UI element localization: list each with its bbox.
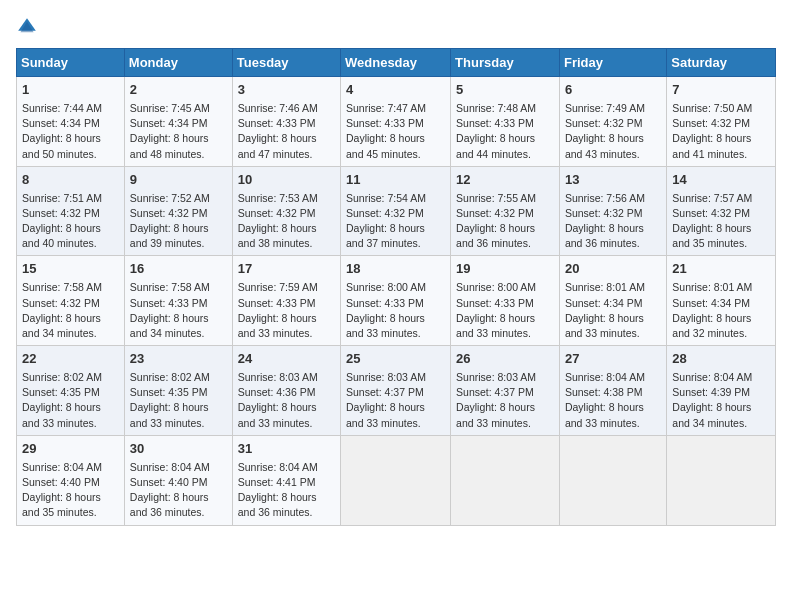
calendar-cell: [667, 435, 776, 525]
calendar-cell: 23Sunrise: 8:02 AMSunset: 4:35 PMDayligh…: [124, 346, 232, 436]
calendar-cell: 17Sunrise: 7:59 AMSunset: 4:33 PMDayligh…: [232, 256, 340, 346]
day-info: Sunrise: 8:02 AMSunset: 4:35 PMDaylight:…: [22, 370, 119, 431]
day-info: Sunrise: 8:04 AMSunset: 4:39 PMDaylight:…: [672, 370, 770, 431]
calendar-cell: 14Sunrise: 7:57 AMSunset: 4:32 PMDayligh…: [667, 166, 776, 256]
day-info: Sunrise: 7:58 AMSunset: 4:32 PMDaylight:…: [22, 280, 119, 341]
day-number: 31: [238, 440, 335, 459]
calendar-cell: 20Sunrise: 8:01 AMSunset: 4:34 PMDayligh…: [559, 256, 666, 346]
day-number: 26: [456, 350, 554, 369]
calendar-cell: 13Sunrise: 7:56 AMSunset: 4:32 PMDayligh…: [559, 166, 666, 256]
day-number: 12: [456, 171, 554, 190]
calendar-cell: 25Sunrise: 8:03 AMSunset: 4:37 PMDayligh…: [341, 346, 451, 436]
day-number: 10: [238, 171, 335, 190]
day-number: 13: [565, 171, 661, 190]
day-info: Sunrise: 7:57 AMSunset: 4:32 PMDaylight:…: [672, 191, 770, 252]
day-number: 18: [346, 260, 445, 279]
day-number: 3: [238, 81, 335, 100]
day-info: Sunrise: 7:54 AMSunset: 4:32 PMDaylight:…: [346, 191, 445, 252]
weekday-header-sunday: Sunday: [17, 49, 125, 77]
calendar-cell: 8Sunrise: 7:51 AMSunset: 4:32 PMDaylight…: [17, 166, 125, 256]
day-number: 1: [22, 81, 119, 100]
calendar-cell: 2Sunrise: 7:45 AMSunset: 4:34 PMDaylight…: [124, 77, 232, 167]
day-number: 30: [130, 440, 227, 459]
calendar-cell: 28Sunrise: 8:04 AMSunset: 4:39 PMDayligh…: [667, 346, 776, 436]
day-info: Sunrise: 7:48 AMSunset: 4:33 PMDaylight:…: [456, 101, 554, 162]
day-info: Sunrise: 7:53 AMSunset: 4:32 PMDaylight:…: [238, 191, 335, 252]
day-number: 9: [130, 171, 227, 190]
day-number: 16: [130, 260, 227, 279]
day-number: 15: [22, 260, 119, 279]
day-number: 4: [346, 81, 445, 100]
day-info: Sunrise: 8:01 AMSunset: 4:34 PMDaylight:…: [672, 280, 770, 341]
calendar-cell: 27Sunrise: 8:04 AMSunset: 4:38 PMDayligh…: [559, 346, 666, 436]
day-info: Sunrise: 7:47 AMSunset: 4:33 PMDaylight:…: [346, 101, 445, 162]
calendar-cell: 16Sunrise: 7:58 AMSunset: 4:33 PMDayligh…: [124, 256, 232, 346]
calendar-cell: 31Sunrise: 8:04 AMSunset: 4:41 PMDayligh…: [232, 435, 340, 525]
calendar-cell: 30Sunrise: 8:04 AMSunset: 4:40 PMDayligh…: [124, 435, 232, 525]
calendar-cell: 7Sunrise: 7:50 AMSunset: 4:32 PMDaylight…: [667, 77, 776, 167]
day-number: 19: [456, 260, 554, 279]
logo-icon: [16, 16, 38, 38]
day-info: Sunrise: 7:52 AMSunset: 4:32 PMDaylight:…: [130, 191, 227, 252]
day-number: 20: [565, 260, 661, 279]
day-number: 6: [565, 81, 661, 100]
day-info: Sunrise: 8:04 AMSunset: 4:40 PMDaylight:…: [22, 460, 119, 521]
calendar-cell: 22Sunrise: 8:02 AMSunset: 4:35 PMDayligh…: [17, 346, 125, 436]
day-number: 24: [238, 350, 335, 369]
calendar-cell: 15Sunrise: 7:58 AMSunset: 4:32 PMDayligh…: [17, 256, 125, 346]
calendar-cell: 9Sunrise: 7:52 AMSunset: 4:32 PMDaylight…: [124, 166, 232, 256]
day-info: Sunrise: 7:44 AMSunset: 4:34 PMDaylight:…: [22, 101, 119, 162]
day-info: Sunrise: 7:49 AMSunset: 4:32 PMDaylight:…: [565, 101, 661, 162]
day-info: Sunrise: 8:04 AMSunset: 4:38 PMDaylight:…: [565, 370, 661, 431]
day-number: 21: [672, 260, 770, 279]
weekday-header-thursday: Thursday: [451, 49, 560, 77]
day-info: Sunrise: 7:55 AMSunset: 4:32 PMDaylight:…: [456, 191, 554, 252]
calendar-cell: 4Sunrise: 7:47 AMSunset: 4:33 PMDaylight…: [341, 77, 451, 167]
day-number: 28: [672, 350, 770, 369]
day-number: 22: [22, 350, 119, 369]
calendar-cell: [341, 435, 451, 525]
calendar-cell: 6Sunrise: 7:49 AMSunset: 4:32 PMDaylight…: [559, 77, 666, 167]
day-info: Sunrise: 8:01 AMSunset: 4:34 PMDaylight:…: [565, 280, 661, 341]
weekday-header-saturday: Saturday: [667, 49, 776, 77]
day-number: 11: [346, 171, 445, 190]
day-info: Sunrise: 8:03 AMSunset: 4:37 PMDaylight:…: [456, 370, 554, 431]
day-info: Sunrise: 8:03 AMSunset: 4:37 PMDaylight:…: [346, 370, 445, 431]
day-info: Sunrise: 7:56 AMSunset: 4:32 PMDaylight:…: [565, 191, 661, 252]
day-number: 23: [130, 350, 227, 369]
day-info: Sunrise: 8:00 AMSunset: 4:33 PMDaylight:…: [456, 280, 554, 341]
calendar-cell: 19Sunrise: 8:00 AMSunset: 4:33 PMDayligh…: [451, 256, 560, 346]
logo: [16, 16, 42, 38]
day-number: 29: [22, 440, 119, 459]
day-info: Sunrise: 8:00 AMSunset: 4:33 PMDaylight:…: [346, 280, 445, 341]
day-number: 25: [346, 350, 445, 369]
day-number: 2: [130, 81, 227, 100]
calendar-table: SundayMondayTuesdayWednesdayThursdayFrid…: [16, 48, 776, 526]
day-number: 27: [565, 350, 661, 369]
calendar-cell: 18Sunrise: 8:00 AMSunset: 4:33 PMDayligh…: [341, 256, 451, 346]
calendar-cell: [451, 435, 560, 525]
day-info: Sunrise: 7:51 AMSunset: 4:32 PMDaylight:…: [22, 191, 119, 252]
calendar-cell: 10Sunrise: 7:53 AMSunset: 4:32 PMDayligh…: [232, 166, 340, 256]
weekday-header-tuesday: Tuesday: [232, 49, 340, 77]
day-info: Sunrise: 7:58 AMSunset: 4:33 PMDaylight:…: [130, 280, 227, 341]
calendar-cell: 11Sunrise: 7:54 AMSunset: 4:32 PMDayligh…: [341, 166, 451, 256]
day-info: Sunrise: 7:50 AMSunset: 4:32 PMDaylight:…: [672, 101, 770, 162]
weekday-header-monday: Monday: [124, 49, 232, 77]
calendar-cell: 29Sunrise: 8:04 AMSunset: 4:40 PMDayligh…: [17, 435, 125, 525]
day-info: Sunrise: 8:02 AMSunset: 4:35 PMDaylight:…: [130, 370, 227, 431]
calendar-cell: [559, 435, 666, 525]
day-info: Sunrise: 8:03 AMSunset: 4:36 PMDaylight:…: [238, 370, 335, 431]
day-number: 5: [456, 81, 554, 100]
weekday-header-friday: Friday: [559, 49, 666, 77]
calendar-cell: 5Sunrise: 7:48 AMSunset: 4:33 PMDaylight…: [451, 77, 560, 167]
calendar-cell: 21Sunrise: 8:01 AMSunset: 4:34 PMDayligh…: [667, 256, 776, 346]
calendar-cell: 26Sunrise: 8:03 AMSunset: 4:37 PMDayligh…: [451, 346, 560, 436]
day-number: 8: [22, 171, 119, 190]
day-info: Sunrise: 7:59 AMSunset: 4:33 PMDaylight:…: [238, 280, 335, 341]
calendar-cell: 1Sunrise: 7:44 AMSunset: 4:34 PMDaylight…: [17, 77, 125, 167]
day-number: 14: [672, 171, 770, 190]
calendar-cell: 3Sunrise: 7:46 AMSunset: 4:33 PMDaylight…: [232, 77, 340, 167]
day-info: Sunrise: 8:04 AMSunset: 4:41 PMDaylight:…: [238, 460, 335, 521]
page-header: [16, 16, 776, 38]
